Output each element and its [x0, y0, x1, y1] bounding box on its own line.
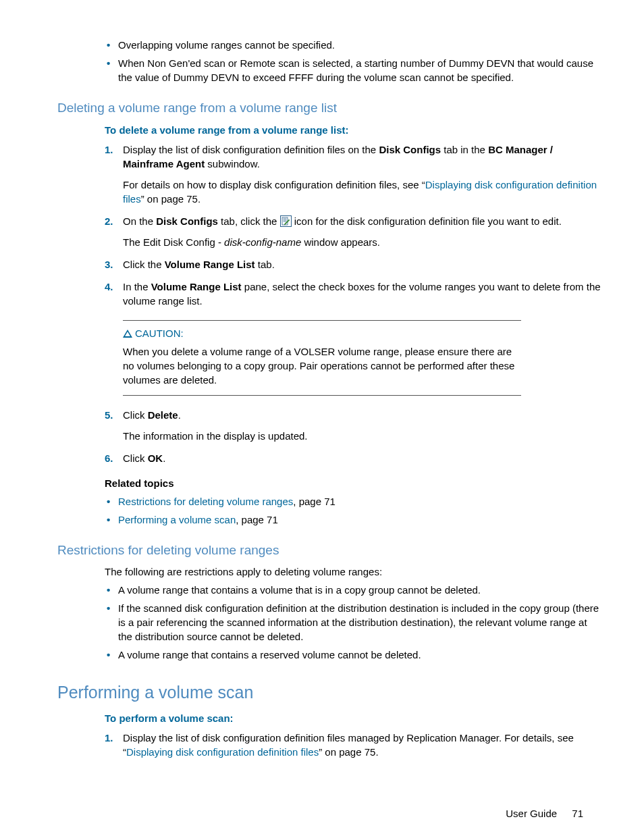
step-4: In the Volume Range List pane, select th… — [105, 280, 603, 308]
related-topics-heading: Related topics — [105, 476, 603, 490]
scan-steps: Display the list of disk configuration d… — [105, 731, 603, 759]
link-restrictions[interactable]: Restrictions for deleting volume ranges — [118, 496, 293, 507]
link-performing-scan[interactable]: Performing a volume scan — [118, 514, 236, 525]
step-text: Click OK. — [123, 452, 165, 464]
footer-title: User Guide — [506, 808, 557, 819]
step-text: Display the list of disk configuration d… — [123, 144, 553, 170]
edit-icon — [280, 215, 292, 227]
list-item: If the scanned disk configuration defini… — [105, 601, 603, 644]
step-text: Click Delete. — [123, 409, 181, 421]
step-text: Display the list of disk configuration d… — [123, 732, 574, 758]
related-topics-list: Restrictions for deleting volume ranges,… — [105, 494, 603, 527]
intro-bullet-list: Overlapping volume ranges cannot be spec… — [105, 38, 603, 84]
list-item: A volume range that contains a volume th… — [105, 583, 603, 597]
caution-text: When you delete a volume range of a VOLS… — [123, 344, 521, 387]
page-number: 71 — [572, 808, 583, 819]
list-item: Overlapping volume ranges cannot be spec… — [105, 38, 603, 52]
step-2: On the Disk Configs tab, click the icon … — [105, 214, 603, 249]
list-item: Restrictions for deleting volume ranges,… — [105, 494, 603, 509]
list-item: Performing a volume scan, page 71 — [105, 513, 603, 527]
restrict-intro: The following are restrictions apply to … — [105, 565, 603, 579]
list-item: When Non Gen'ed scan or Remote scan is s… — [105, 56, 603, 84]
step-text: On the Disk Configs tab, click the icon … — [123, 215, 562, 227]
bullet-text: Overlapping volume ranges cannot be spec… — [118, 39, 335, 51]
step-3: Click the Volume Range List tab. — [105, 257, 603, 271]
heading-deleting: Deleting a volume range from a volume ra… — [57, 99, 603, 118]
list-item: A volume range that contains a reserved … — [105, 648, 603, 662]
caution-box: CAUTION: When you delete a volume range … — [123, 320, 521, 396]
delete-steps-cont: Click Delete. The information in the dis… — [105, 408, 603, 465]
step-subtext: The information in the display is update… — [123, 429, 603, 443]
caution-icon — [123, 330, 132, 338]
heading-performing-scan: Performing a volume scan — [57, 681, 603, 704]
delete-steps: Display the list of disk configuration d… — [105, 142, 603, 308]
bullet-text: When Non Gen'ed scan or Remote scan is s… — [118, 57, 593, 83]
heading-restrictions: Restrictions for deleting volume ranges — [57, 542, 603, 560]
procedure-lead: To delete a volume range from a volume r… — [105, 123, 603, 137]
restrict-bullets: A volume range that contains a volume th… — [105, 583, 603, 662]
step-5: Click Delete. The information in the dis… — [105, 408, 603, 443]
step-6: Click OK. — [105, 451, 603, 465]
procedure-lead: To perform a volume scan: — [105, 711, 603, 725]
link-displaying-files[interactable]: Displaying disk configuration definition… — [126, 746, 319, 758]
step-text: In the Volume Range List pane, select th… — [123, 281, 601, 307]
step-subtext: The Edit Disk Config - disk-config-name … — [123, 235, 603, 249]
caution-header: CAUTION: — [123, 326, 521, 340]
step-text: Click the Volume Range List tab. — [123, 259, 275, 270]
step-1: Display the list of disk configuration d… — [105, 142, 603, 206]
step-1: Display the list of disk configuration d… — [105, 731, 603, 759]
step-subtext: For details on how to display disk confi… — [123, 178, 603, 206]
page-footer: User Guide 71 — [57, 806, 603, 820]
